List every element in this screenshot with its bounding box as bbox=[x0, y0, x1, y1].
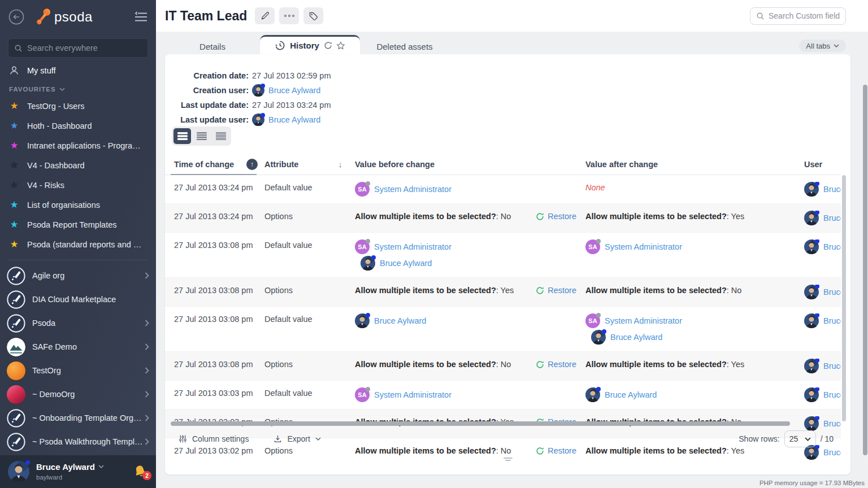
col-time-of-change[interactable]: Time of change bbox=[174, 160, 234, 169]
restore-button[interactable]: Restore bbox=[536, 285, 576, 296]
sidebar-item-my-stuff[interactable]: My stuff bbox=[0, 61, 156, 80]
sidebar-organisation-item[interactable]: DIA Cloud Marketplace bbox=[0, 287, 156, 311]
col-value-before[interactable]: Value before change bbox=[355, 160, 585, 169]
user-link[interactable]: System Administrator bbox=[605, 239, 682, 254]
custom-field-search[interactable] bbox=[750, 7, 846, 25]
user-link[interactable]: Bruce Aylward bbox=[823, 185, 841, 194]
system-administrator-avatar: SA bbox=[355, 239, 370, 254]
creation-user-link[interactable]: Bruce Aylward bbox=[268, 86, 320, 95]
chevron-right-icon[interactable] bbox=[145, 320, 149, 326]
sidebar-organisation-item[interactable]: ~ Onboarding Template Organisa... bbox=[0, 406, 156, 430]
user-value: Bruce Aylward bbox=[361, 256, 452, 271]
psoda-logo[interactable]: psoda bbox=[33, 7, 133, 27]
sidebar-favourite-item[interactable]: ★ V4 - Dashboard bbox=[0, 155, 156, 175]
page-scrollbar[interactable] bbox=[863, 85, 867, 455]
sidebar-favourite-item[interactable]: ★ Intranet applications - Programme... bbox=[0, 136, 156, 155]
user-link[interactable]: Bruce Aylward bbox=[380, 256, 432, 271]
sidebar-favourite-item[interactable]: ★ V4 - Risks bbox=[0, 175, 156, 195]
chevron-right-icon[interactable] bbox=[145, 415, 149, 421]
density-medium-button[interactable] bbox=[193, 128, 210, 144]
density-large-button[interactable] bbox=[173, 128, 191, 144]
restore-button[interactable]: Restore bbox=[536, 359, 576, 370]
show-rows-label: Show rows: bbox=[739, 434, 779, 443]
tab-history[interactable]: History bbox=[260, 35, 360, 54]
sidebar-organisation-item[interactable]: Agile org bbox=[0, 264, 156, 287]
user-link[interactable]: Bruce Aylward bbox=[374, 313, 426, 328]
user-link[interactable]: Bruce Aylward bbox=[823, 390, 841, 399]
user-link[interactable]: System Administrator bbox=[374, 239, 452, 254]
sort-down-icon[interactable]: ↓ bbox=[338, 159, 343, 169]
tab-deleted-assets[interactable]: Deleted assets bbox=[360, 38, 449, 54]
sort-up-icon[interactable]: ↑ bbox=[246, 159, 258, 170]
history-table-row: 27 Jul 2013 03:24 pm Default value SASys… bbox=[165, 175, 841, 203]
user-link[interactable]: Bruce Aylward bbox=[605, 387, 657, 402]
chevron-right-icon[interactable] bbox=[145, 438, 149, 445]
history-table-row: 27 Jul 2013 03:08 pm Default value SASys… bbox=[165, 232, 841, 277]
more-button[interactable] bbox=[279, 7, 299, 24]
user-link[interactable]: Bruce Aylward bbox=[823, 316, 841, 325]
sidebar-favourite-item[interactable]: ★ Psoda Report Templates bbox=[0, 215, 156, 234]
sidebar-favourite-item[interactable]: ★ Psoda (standard reports and work... bbox=[0, 234, 156, 254]
chevron-right-icon[interactable] bbox=[145, 272, 149, 279]
main-area: IT Team Lead Details bbox=[156, 0, 868, 488]
sidebar-organisation-item[interactable]: ~ DemoOrg bbox=[0, 382, 156, 406]
user-link[interactable]: Bruce Aylward bbox=[823, 213, 841, 223]
user-link[interactable]: Bruce Aylward bbox=[823, 242, 841, 251]
sidebar-organisation-item[interactable]: TestOrg bbox=[0, 359, 156, 382]
row-time: 27 Jul 2013 03:24 pm bbox=[174, 182, 264, 193]
user-avatar bbox=[804, 416, 819, 431]
star-outline-icon[interactable] bbox=[336, 41, 345, 50]
favourites-header[interactable]: FAVOURITES bbox=[0, 80, 156, 94]
user-link[interactable]: System Administrator bbox=[374, 182, 452, 197]
refresh-icon[interactable] bbox=[324, 41, 332, 50]
density-small-button[interactable] bbox=[212, 128, 229, 144]
sidebar-organisation-item[interactable]: SAFe Demo bbox=[0, 335, 156, 359]
collapse-sidebar-icon[interactable] bbox=[133, 11, 148, 23]
user-avatar[interactable] bbox=[8, 461, 29, 482]
tag-button[interactable] bbox=[303, 7, 323, 24]
edit-button[interactable] bbox=[255, 7, 275, 24]
user-link[interactable]: Bruce Aylward bbox=[823, 361, 841, 371]
row-attribute: Default value bbox=[264, 387, 355, 399]
column-settings-button[interactable]: Column settings bbox=[179, 434, 249, 443]
sidebar-favourite-item[interactable]: ★ Hoth - Dashboard bbox=[0, 116, 156, 136]
all-tabs-dropdown[interactable]: All tabs bbox=[799, 40, 846, 52]
user-link[interactable]: Bruce Aylward bbox=[823, 419, 841, 428]
chevron-right-icon[interactable] bbox=[145, 343, 149, 350]
value-before-cell: SASystem Administrator bbox=[355, 182, 452, 197]
sidebar-favourite-item[interactable]: ★ TestOrg - Users bbox=[0, 96, 156, 116]
user-link[interactable]: System Administrator bbox=[605, 313, 682, 328]
search-custom-field-input[interactable] bbox=[769, 11, 840, 20]
row-time: 27 Jul 2013 03:03 pm bbox=[174, 387, 264, 399]
sidebar-organisation-item[interactable]: Psoda bbox=[0, 311, 156, 335]
search-everywhere-input[interactable] bbox=[27, 43, 142, 53]
user-link[interactable]: System Administrator bbox=[374, 387, 452, 402]
sidebar-organisation-item[interactable]: ~ Psoda Walkthrough Template P... bbox=[0, 430, 156, 454]
tab-details[interactable]: Details bbox=[165, 38, 260, 54]
notifications-button[interactable]: 2 bbox=[133, 464, 148, 479]
col-value-after[interactable]: Value after change bbox=[585, 160, 804, 169]
show-rows-select[interactable]: 25 bbox=[784, 430, 816, 447]
update-user-link[interactable]: Bruce Aylward bbox=[268, 115, 320, 124]
user-link[interactable]: Bruce Aylward bbox=[610, 330, 662, 345]
user-link[interactable]: Bruce Aylward bbox=[823, 287, 841, 297]
value-after-cell: Bruce Aylward bbox=[585, 387, 804, 402]
user-link[interactable]: Bruce Aylward bbox=[823, 448, 841, 457]
value-before-cell: SASystem AdministratorBruce Aylward bbox=[355, 239, 452, 271]
table-vertical-scrollbar[interactable] bbox=[842, 175, 846, 421]
person-icon bbox=[9, 66, 19, 76]
sidebar-favourite-item[interactable]: ★ List of organisations bbox=[0, 195, 156, 215]
chevron-right-icon[interactable] bbox=[145, 367, 149, 374]
restore-button[interactable]: Restore bbox=[536, 211, 576, 222]
back-icon[interactable] bbox=[8, 8, 25, 25]
col-user[interactable]: User bbox=[804, 160, 841, 169]
user-menu[interactable]: Bruce Aylward bbox=[36, 462, 133, 472]
resize-grip-icon[interactable] bbox=[504, 456, 513, 462]
organisation-icon bbox=[7, 385, 25, 404]
sidebar-search[interactable] bbox=[8, 38, 148, 58]
table-horizontal-scrollbar[interactable] bbox=[171, 421, 790, 426]
col-attribute[interactable]: Attribute bbox=[264, 160, 298, 169]
search-icon bbox=[756, 12, 765, 20]
export-button[interactable]: Export bbox=[274, 434, 320, 443]
chevron-right-icon[interactable] bbox=[145, 391, 149, 398]
